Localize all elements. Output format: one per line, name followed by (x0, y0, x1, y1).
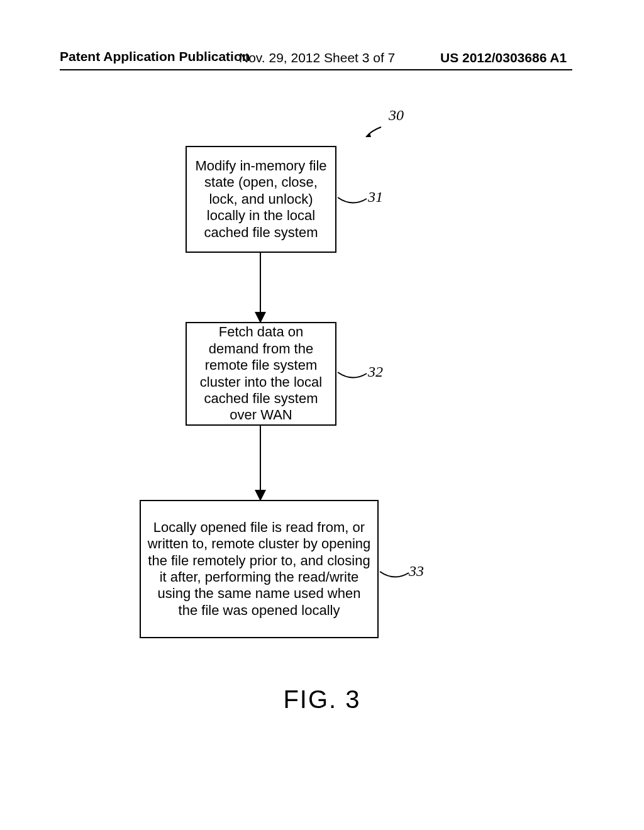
figure-caption: FIG. 3 (0, 685, 644, 714)
flow-connector (260, 426, 261, 500)
leader-curve-icon (336, 370, 368, 385)
flowchart-step-2-text: Fetch data on demand from the remote fil… (193, 324, 329, 423)
leader-curve-icon (379, 569, 410, 585)
leader-curve-icon (336, 195, 368, 211)
flowchart-step-3: Locally opened file is read from, or wri… (140, 500, 379, 638)
flowchart-step-1-text: Modify in-memory file state (open, close… (193, 158, 329, 241)
reference-numeral-33: 33 (409, 563, 424, 580)
header-rule (60, 69, 572, 70)
header-pub-number: US 2012/0303686 A1 (440, 50, 567, 65)
flowchart-step-1: Modify in-memory file state (open, close… (186, 146, 336, 253)
flowchart-step-2: Fetch data on demand from the remote fil… (186, 322, 336, 426)
reference-numeral-overall: 30 (389, 107, 404, 124)
leader-arrow-icon (365, 126, 384, 138)
header-sheet-info: Nov. 29, 2012 Sheet 3 of 7 (239, 50, 395, 65)
page: Patent Application Publication Nov. 29, … (0, 0, 644, 830)
reference-numeral-31: 31 (368, 189, 383, 206)
flowchart-step-3-text: Locally opened file is read from, or wri… (147, 519, 371, 619)
reference-numeral-32: 32 (368, 363, 383, 380)
header-left: Patent Application Publication (60, 49, 250, 64)
